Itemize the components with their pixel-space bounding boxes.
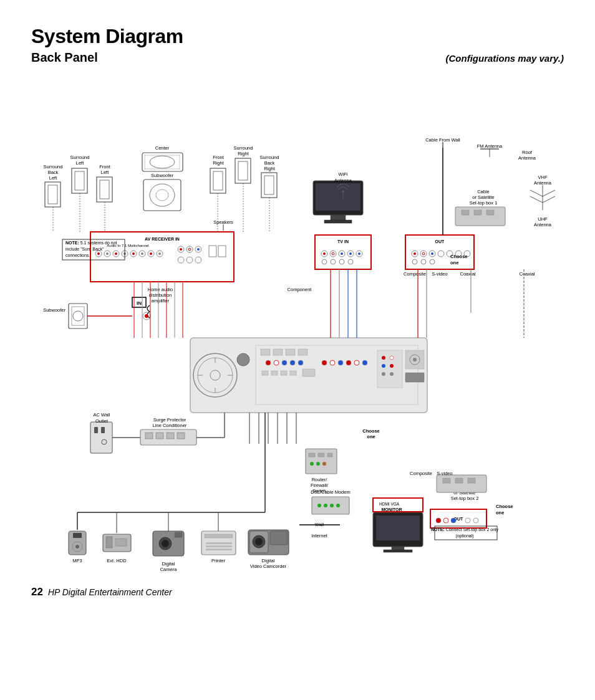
svg-text:Speakers: Speakers	[213, 219, 233, 225]
svg-rect-259	[384, 550, 412, 552]
svg-point-43	[106, 252, 109, 255]
svg-rect-221	[90, 422, 112, 453]
svg-point-94	[431, 252, 433, 255]
page-title: System Diagram	[31, 25, 564, 48]
svg-text:Composite: Composite	[410, 471, 432, 476]
svg-point-122	[298, 360, 303, 365]
config-note: (Configurations may vary.)	[446, 53, 564, 64]
svg-text:AV RECEIVER IN: AV RECEIVER IN	[145, 237, 180, 241]
svg-rect-125	[281, 371, 287, 375]
svg-rect-174	[462, 210, 469, 215]
svg-point-57	[180, 248, 182, 251]
svg-text:Camera: Camera	[160, 567, 178, 572]
svg-point-112	[237, 353, 249, 366]
svg-text:Set-top box 1: Set-top box 1	[470, 200, 498, 206]
svg-text:connections.: connections.	[65, 253, 90, 257]
svg-rect-117	[298, 349, 307, 355]
svg-text:distribution: distribution	[149, 292, 172, 298]
svg-point-249	[317, 504, 321, 507]
svg-point-198	[145, 314, 148, 318]
svg-rect-134	[377, 350, 402, 388]
system-diagram: Surround Back Left Surround Left Front L…	[31, 76, 568, 575]
svg-text:FM Antenna: FM Antenna	[477, 143, 503, 149]
svg-text:(optional): (optional)	[455, 534, 473, 539]
svg-text:Router/: Router/	[312, 477, 328, 482]
svg-rect-305	[206, 549, 232, 550]
svg-rect-243	[327, 453, 332, 457]
svg-point-129	[330, 360, 335, 365]
svg-text:Center: Center	[155, 145, 170, 151]
svg-text:Internet: Internet	[311, 533, 327, 539]
svg-rect-115	[273, 349, 283, 355]
svg-rect-274	[443, 478, 450, 483]
svg-point-76	[332, 252, 334, 255]
svg-rect-124	[271, 371, 278, 375]
svg-rect-292	[106, 537, 112, 548]
svg-text:Coaxial: Coaxial	[519, 271, 535, 277]
svg-text:one: one	[367, 434, 375, 439]
svg-rect-298	[175, 532, 182, 537]
svg-rect-144	[405, 373, 424, 382]
footer-row: 22 HP Digital Entertainment Center	[31, 586, 564, 598]
svg-point-78	[341, 252, 343, 255]
page-number: 22	[31, 586, 43, 598]
svg-text:UHF: UHF	[538, 216, 548, 222]
svg-rect-240	[306, 449, 337, 474]
svg-text:IN: IN	[137, 300, 142, 306]
svg-rect-0	[31, 76, 568, 575]
svg-text:Cable: Cable	[477, 189, 490, 194]
svg-point-82	[358, 252, 360, 255]
svg-point-80	[349, 252, 352, 255]
svg-text:VHF: VHF	[538, 175, 548, 180]
svg-text:Choose: Choose	[362, 428, 380, 434]
svg-rect-234	[177, 433, 185, 439]
svg-text:Back: Back	[48, 170, 59, 175]
svg-point-130	[338, 360, 343, 365]
svg-text:Surround: Surround	[260, 155, 279, 160]
svg-text:Front: Front	[99, 164, 110, 170]
svg-text:Subwoofer: Subwoofer	[43, 307, 65, 313]
page: System Diagram Back Panel (Configuration…	[0, 0, 595, 700]
svg-point-140	[390, 372, 394, 376]
svg-text:Front: Front	[213, 155, 224, 160]
svg-point-135	[382, 356, 385, 360]
svg-text:Choose: Choose	[450, 254, 468, 259]
svg-text:Ext. HDD: Ext. HDD	[107, 558, 127, 563]
svg-text:Antenna: Antenna	[334, 178, 352, 183]
svg-point-244	[310, 462, 314, 466]
svg-point-59	[188, 248, 191, 251]
svg-text:Firewall/: Firewall/	[311, 482, 329, 488]
svg-rect-232	[156, 433, 163, 439]
svg-text:or Satellite: or Satellite	[472, 194, 494, 200]
svg-point-151	[342, 190, 344, 193]
svg-point-92	[422, 252, 425, 255]
svg-rect-241	[309, 453, 315, 457]
svg-text:MP3: MP3	[72, 558, 82, 563]
svg-point-133	[362, 360, 367, 365]
svg-text:Surge Protector: Surge Protector	[153, 417, 186, 423]
svg-text:one: one	[496, 510, 504, 515]
svg-rect-257	[376, 515, 420, 540]
svg-rect-289	[73, 533, 82, 538]
svg-point-118	[266, 360, 271, 365]
svg-point-265	[436, 518, 441, 523]
svg-text:Surround: Surround	[70, 155, 90, 160]
svg-point-246	[322, 462, 326, 466]
svg-text:AC Wall: AC Wall	[94, 412, 110, 418]
svg-rect-302	[205, 534, 233, 538]
svg-rect-275	[455, 478, 463, 483]
svg-point-138	[390, 364, 394, 368]
svg-text:Outlet: Outlet	[95, 418, 109, 424]
svg-rect-242	[318, 453, 324, 457]
svg-text:Left: Left	[49, 175, 57, 181]
svg-point-297	[162, 540, 169, 547]
svg-rect-114	[261, 349, 270, 355]
svg-rect-176	[486, 210, 494, 215]
svg-text:Line Conditioner: Line Conditioner	[153, 423, 187, 428]
svg-text:one: one	[450, 260, 458, 266]
svg-text:TV IN: TV IN	[337, 239, 349, 244]
svg-rect-126	[290, 371, 296, 375]
svg-text:Subwoofer: Subwoofer	[151, 173, 173, 178]
svg-text:Home audio: Home audio	[148, 287, 173, 292]
svg-text:OUT: OUT	[435, 239, 445, 244]
